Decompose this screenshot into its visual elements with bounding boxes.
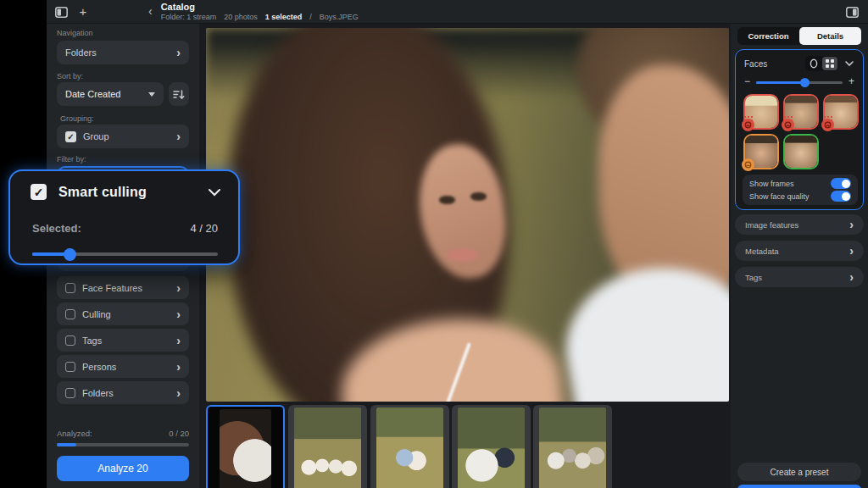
- tab-details[interactable]: Details: [799, 27, 861, 45]
- face-thumbnail-2[interactable]: [783, 94, 819, 130]
- folder-count: Folder: 1 stream: [161, 12, 217, 22]
- main-photo[interactable]: [206, 28, 729, 402]
- sidebar-item-face-features[interactable]: Face Features ›: [57, 276, 189, 299]
- plus-icon[interactable]: +: [849, 75, 854, 87]
- faces-title: Faces: [744, 59, 805, 69]
- face-display-options: Show frames Show face quality: [743, 175, 858, 205]
- slider-fill: [756, 81, 805, 84]
- panel-right-icon: [846, 7, 859, 18]
- analyze-progress-bar: [57, 443, 189, 446]
- grid-view-button[interactable]: [822, 57, 837, 70]
- thumbnail-image: [220, 409, 271, 488]
- photo-count: 20 photos: [224, 12, 258, 22]
- panel-item-image-features[interactable]: Image features ›: [735, 214, 864, 235]
- analyzed-value: 0 / 20: [169, 429, 189, 438]
- toggle-left-panel-button[interactable]: [53, 5, 69, 19]
- faces-view-switch: [805, 56, 838, 71]
- show-face-quality-label: Show face quality: [749, 192, 810, 201]
- chevron-right-icon: ›: [849, 271, 854, 283]
- thumbnail-image: [539, 408, 606, 488]
- panel-left-icon: [55, 7, 68, 18]
- filter-by-label: Filter by:: [57, 155, 86, 164]
- analyzed-label: Analyzed:: [57, 429, 92, 438]
- tab-correction[interactable]: Correction: [737, 27, 799, 45]
- sidebar-item-tags[interactable]: Tags ›: [57, 329, 189, 352]
- sidebar-item-culling[interactable]: Culling ›: [57, 302, 189, 325]
- sort-by-label: Sort by:: [57, 72, 83, 80]
- export-button-partial[interactable]: [737, 485, 861, 488]
- separator: /: [309, 12, 312, 22]
- faces-collapse-button[interactable]: [843, 57, 856, 70]
- collapse-chevron-button[interactable]: [208, 188, 221, 197]
- smart-culling-slider[interactable]: [32, 248, 218, 260]
- filmstrip-thumbnail-1-selected[interactable]: [206, 405, 285, 488]
- group-checkbox[interactable]: ✓: [65, 131, 76, 142]
- face-thumbnail-3[interactable]: [823, 94, 859, 130]
- minus-icon[interactable]: −: [744, 75, 750, 87]
- smart-culling-checkbox[interactable]: ✓: [31, 184, 47, 200]
- show-frames-label: Show frames: [749, 180, 794, 188]
- photo-woman-lips: [447, 248, 478, 261]
- navigation-label: Navigation: [57, 29, 93, 37]
- sort-order-button[interactable]: [169, 82, 189, 106]
- chevron-right-icon: ›: [176, 47, 181, 58]
- face-quality-badge-warn: [742, 158, 754, 171]
- filmstrip-thumbnail-5[interactable]: [533, 405, 612, 488]
- toggle-right-panel-button[interactable]: [844, 5, 860, 19]
- face-thumbnail-4[interactable]: [743, 134, 779, 169]
- chevron-right-icon: ›: [849, 219, 854, 230]
- current-filename: Boys.JPEG: [320, 12, 359, 22]
- smart-culling-title: Smart culling: [58, 185, 196, 200]
- sidebar-item-folders-filter[interactable]: Folders ›: [57, 381, 189, 404]
- add-button[interactable]: +: [75, 3, 91, 19]
- filmstrip-thumbnail-2[interactable]: [288, 405, 367, 488]
- face-features-checkbox[interactable]: [65, 283, 75, 293]
- chevron-right-icon: ›: [176, 335, 181, 347]
- catalog-subtitle: Folder: 1 stream 20 photos 1 selected / …: [161, 12, 359, 22]
- create-preset-button[interactable]: Create a preset: [737, 463, 861, 481]
- face-quality-badge-bad: [782, 119, 794, 131]
- thumbnail-image: [376, 408, 443, 488]
- right-panel-tabs: Correction Details: [737, 27, 861, 45]
- chevron-right-icon: ›: [176, 130, 181, 142]
- analyze-progress-fill: [57, 443, 76, 446]
- filmstrip-thumbnail-3[interactable]: [370, 405, 449, 488]
- faces-panel: Faces − +: [735, 49, 864, 210]
- grouping-label: Grouping:: [60, 114, 94, 123]
- persons-checkbox[interactable]: [65, 362, 75, 372]
- selected-count: 1 selected: [265, 12, 303, 22]
- panel-item-tags[interactable]: Tags ›: [735, 267, 864, 287]
- panel-item-metadata[interactable]: Metadata ›: [735, 241, 864, 261]
- thumbnail-image: [458, 408, 525, 488]
- chevron-right-icon: ›: [176, 282, 181, 294]
- face-thumbnail-5[interactable]: [783, 134, 819, 169]
- analyze-button[interactable]: Analyze 20: [57, 456, 189, 481]
- sort-dropdown[interactable]: Date Created: [57, 82, 164, 106]
- catalog-header: ‹ Catalog Folder: 1 stream 20 photos 1 s…: [147, 2, 359, 22]
- right-sidebar: Correction Details Faces − +: [731, 24, 868, 488]
- caret-down-icon: [148, 92, 155, 97]
- face-view-button[interactable]: [806, 57, 821, 70]
- sidebar-item-persons[interactable]: Persons ›: [57, 355, 189, 378]
- selected-label: Selected:: [32, 222, 81, 235]
- chevron-right-icon: ›: [176, 308, 181, 320]
- sidebar-item-group[interactable]: ✓ Group ›: [57, 125, 189, 148]
- back-button[interactable]: ‹: [147, 2, 154, 20]
- culling-checkbox[interactable]: [65, 309, 75, 319]
- slider-thumb[interactable]: [64, 248, 76, 261]
- sort-order-icon: [173, 89, 185, 100]
- grid-icon: [826, 59, 834, 68]
- chevron-right-icon: ›: [176, 361, 181, 373]
- filmstrip-thumbnail-4[interactable]: [452, 405, 531, 488]
- face-thumbnail-1[interactable]: [743, 94, 779, 130]
- show-frames-toggle[interactable]: [831, 178, 851, 189]
- show-face-quality-toggle[interactable]: [831, 191, 851, 202]
- face-size-slider[interactable]: − +: [743, 75, 856, 89]
- page-title: Catalog: [161, 2, 359, 12]
- folders-checkbox[interactable]: [65, 388, 75, 398]
- selected-value: 4 / 20: [190, 222, 218, 235]
- photo-man-shirt: [554, 251, 729, 402]
- slider-thumb[interactable]: [800, 78, 810, 87]
- sidebar-item-folders-nav[interactable]: Folders ›: [57, 41, 189, 64]
- tags-checkbox[interactable]: [65, 336, 75, 346]
